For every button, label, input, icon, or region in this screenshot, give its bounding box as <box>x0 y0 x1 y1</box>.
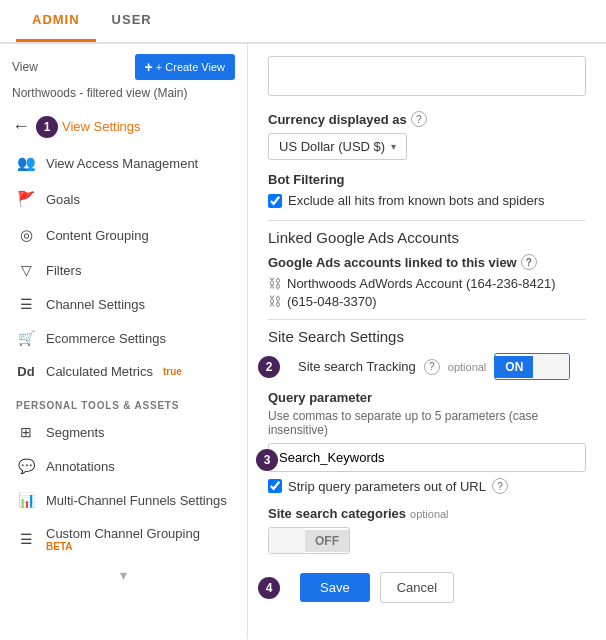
custom-channel-icon: ☰ <box>16 531 36 547</box>
view-name-input[interactable] <box>268 56 586 96</box>
toggle-off-part <box>533 354 569 379</box>
calculated-metrics-icon: Dd <box>16 364 36 379</box>
bot-filtering-checkbox-row: Exclude all hits from known bots and spi… <box>268 193 586 208</box>
sidebar-item-custom-channel[interactable]: ☰ Custom Channel Grouping BETA <box>0 517 247 561</box>
optional-label: optional <box>448 361 487 373</box>
site-search-help-icon[interactable]: ? <box>424 359 440 375</box>
save-button[interactable]: Save <box>300 573 370 602</box>
sidebar-item-ecommerce[interactable]: 🛒 Ecommerce Settings <box>0 321 247 355</box>
toggle-on-text: ON <box>495 356 533 378</box>
query-param-desc: Use commas to separate up to 5 parameter… <box>268 409 586 437</box>
sidebar-item-view-settings[interactable]: View Settings <box>62 113 141 140</box>
beta-badge-metrics: true <box>163 366 182 377</box>
tab-user[interactable]: USER <box>96 0 168 42</box>
strip-checkbox[interactable] <box>268 479 282 493</box>
bot-filtering-text: Exclude all hits from known bots and spi… <box>288 193 545 208</box>
account-name: Northwoods - filtered view (Main) <box>0 84 247 108</box>
circle-4: 4 <box>258 577 280 599</box>
bot-filtering-label: Bot Filtering <box>268 172 586 187</box>
query-param-input[interactable] <box>268 443 586 472</box>
strip-checkbox-row: Strip query parameters out of URL ? <box>268 478 586 494</box>
goals-icon: 🚩 <box>16 190 36 208</box>
currency-help-icon[interactable]: ? <box>411 111 427 127</box>
strip-help-icon[interactable]: ? <box>492 478 508 494</box>
toggle-off-blank <box>269 528 305 553</box>
chevron-down-icon: ▾ <box>391 141 396 152</box>
create-view-button[interactable]: + + Create View <box>135 54 235 80</box>
linked-account-2: ⛓ (615-048-3370) <box>268 294 586 309</box>
linked-accounts-label: Google Ads accounts linked to this view <box>268 255 517 270</box>
sidebar-item-content-grouping[interactable]: ◎ Content Grouping <box>0 217 247 253</box>
chain-icon-2: ⛓ <box>268 294 281 309</box>
toggle-off-container[interactable]: OFF <box>268 527 350 554</box>
sidebar-item-channel-settings[interactable]: ☰ Channel Settings <box>0 287 247 321</box>
circle-2: 2 <box>258 356 280 378</box>
chain-icon-1: ⛓ <box>268 276 281 291</box>
toggle-on[interactable]: ON <box>494 353 570 380</box>
sidebar-item-view-access[interactable]: 👥 View Access Management <box>0 145 247 181</box>
multi-channel-icon: 📊 <box>16 492 36 508</box>
personal-section-label: PERSONAL TOOLS & ASSETS <box>0 388 247 415</box>
cancel-button[interactable]: Cancel <box>380 572 454 603</box>
sidebar-item-annotations[interactable]: 💬 Annotations <box>0 449 247 483</box>
site-categories-row: Site search categories optional <box>268 506 586 521</box>
sidebar-item-segments[interactable]: ⊞ Segments <box>0 415 247 449</box>
ecommerce-icon: 🛒 <box>16 330 36 346</box>
bot-filtering-checkbox[interactable] <box>268 194 282 208</box>
scroll-down-indicator[interactable]: ▾ <box>0 561 247 589</box>
sidebar-item-goals[interactable]: 🚩 Goals <box>0 181 247 217</box>
site-search-title: Site Search Settings <box>268 319 586 345</box>
plus-icon: + <box>145 59 153 75</box>
linked-accounts-help-icon[interactable]: ? <box>521 254 537 270</box>
currency-select[interactable]: US Dollar (USD $) ▾ <box>268 133 407 160</box>
segments-icon: ⊞ <box>16 424 36 440</box>
circle-3: 3 <box>256 449 278 471</box>
toggle-off-text: OFF <box>305 530 349 552</box>
strip-label: Strip query parameters out of URL <box>288 479 486 494</box>
users-icon: 👥 <box>16 154 36 172</box>
circle-1: 1 <box>36 116 58 138</box>
top-tabs: ADMIN USER <box>0 0 606 44</box>
content-grouping-icon: ◎ <box>16 226 36 244</box>
sidebar-item-filters[interactable]: ▽ Filters <box>0 253 247 287</box>
tab-admin[interactable]: ADMIN <box>16 0 96 42</box>
query-param-label: Query parameter <box>268 390 586 405</box>
currency-label: Currency displayed as ? <box>268 111 586 127</box>
annotations-icon: 💬 <box>16 458 36 474</box>
site-search-tracking-label: Site search Tracking <box>298 359 416 374</box>
view-label: View <box>12 60 38 74</box>
sidebar-item-multi-channel[interactable]: 📊 Multi-Channel Funnels Settings <box>0 483 247 517</box>
beta-badge-channel: BETA <box>46 541 200 552</box>
linked-account-1: ⛓ Northwoods AdWords Account (164-236-84… <box>268 276 586 291</box>
channel-settings-icon: ☰ <box>16 296 36 312</box>
linked-ads-title: Linked Google Ads Accounts <box>268 220 586 246</box>
sidebar-item-calculated-metrics[interactable]: Dd Calculated Metrics true <box>0 355 247 388</box>
site-cat-optional: optional <box>410 508 449 520</box>
back-button[interactable]: ← <box>6 112 36 141</box>
filters-icon: ▽ <box>16 262 36 278</box>
